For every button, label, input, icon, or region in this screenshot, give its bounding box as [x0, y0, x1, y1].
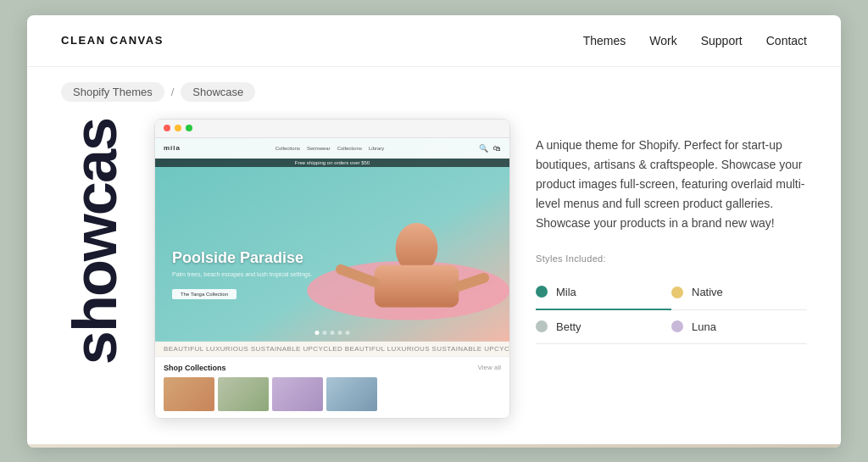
- main-nav: Themes Work Support Contact: [583, 34, 807, 47]
- style-name-mila: Mila: [556, 286, 576, 298]
- svg-rect-3: [375, 264, 459, 307]
- main-window: CLEAN CANVAS Themes Work Support Contact…: [27, 15, 841, 448]
- preview-dots: [315, 331, 350, 335]
- hero-subtitle: Palm trees, beach escapes and lush tropi…: [172, 271, 312, 277]
- thumb-1: [164, 377, 214, 411]
- preview-browser: mila Collections Swimwear Collections Li…: [154, 119, 510, 419]
- dot-4: [338, 331, 342, 335]
- preview-logo: mila: [164, 144, 181, 152]
- bottom-view-all[interactable]: View all: [478, 364, 501, 371]
- dot-1: [315, 331, 320, 335]
- ticker-bar: BEAUTIFUL LUXURIOUS SUSTAINABLE UPCYCLED…: [155, 342, 509, 356]
- bag-icon: 🛍: [493, 144, 501, 153]
- preview-thumbnails: [155, 377, 509, 418]
- description-text: A unique theme for Shopify. Perfect for …: [536, 136, 807, 233]
- style-betty[interactable]: Betty: [536, 310, 671, 344]
- style-dot-native: [671, 287, 683, 298]
- breadcrumb: Shopify Themes / Showcase: [27, 67, 841, 110]
- dot-2: [323, 331, 327, 335]
- theme-preview: mila Collections Swimwear Collections Li…: [154, 119, 510, 419]
- style-name-betty: Betty: [556, 320, 581, 333]
- hero-content: Poolside Paradise Palm trees, beach esca…: [172, 249, 312, 299]
- breadcrumb-parent[interactable]: Shopify Themes: [61, 82, 164, 102]
- browser-dot-green: [186, 125, 192, 131]
- main-content: Showcas: [27, 110, 841, 444]
- ticker-text: BEAUTIFUL LUXURIOUS SUSTAINABLE UPCYCLED…: [155, 345, 509, 353]
- preview-nav-icons: 🔍 🛍: [479, 144, 501, 153]
- bottom-bar: [27, 444, 841, 448]
- preview-nav-links: Collections Swimwear Collections Library: [275, 146, 385, 151]
- styles-label: Styles Included:: [536, 253, 807, 264]
- preview-main-image: mila Collections Swimwear Collections Li…: [155, 138, 509, 342]
- nav-support[interactable]: Support: [701, 34, 743, 47]
- header: CLEAN CANVAS Themes Work Support Contact: [27, 15, 841, 67]
- breadcrumb-separator: /: [171, 86, 175, 98]
- brand-logo: CLEAN CANVAS: [61, 34, 164, 47]
- promo-banner: Free shipping on orders over $50: [155, 159, 509, 167]
- nav-contact[interactable]: Contact: [766, 34, 807, 47]
- nav-work[interactable]: Work: [649, 34, 676, 47]
- browser-dot-yellow: [175, 125, 181, 131]
- preview-background-svg: [155, 138, 509, 342]
- thumb-2: [218, 377, 269, 411]
- style-luna[interactable]: Luna: [671, 310, 807, 344]
- hero-title: Poolside Paradise: [172, 249, 312, 268]
- vertical-text-wrap: Showcas: [61, 119, 129, 419]
- browser-dot-red: [164, 125, 170, 131]
- style-name-native: Native: [692, 286, 723, 298]
- description-panel: A unique theme for Shopify. Perfect for …: [536, 119, 807, 419]
- preview-bottom: Shop Collections View all: [155, 356, 509, 377]
- thumb-4: [326, 377, 377, 411]
- styles-grid: Mila Native Betty Luna: [536, 276, 807, 344]
- style-dot-mila: [536, 286, 548, 298]
- style-dot-betty: [536, 320, 548, 332]
- hero-button[interactable]: The Tanga Collection: [172, 289, 236, 299]
- search-icon: 🔍: [479, 144, 488, 153]
- nav-themes[interactable]: Themes: [583, 34, 626, 47]
- vertical-showcase-text: Showcas: [64, 119, 125, 365]
- browser-bar: [155, 120, 509, 138]
- dot-3: [331, 331, 335, 335]
- thumb-3: [272, 377, 323, 411]
- preview-nav-bar: mila Collections Swimwear Collections Li…: [155, 138, 509, 159]
- bottom-title: Shop Collections: [164, 364, 226, 372]
- style-mila[interactable]: Mila: [536, 276, 671, 310]
- style-native[interactable]: Native: [671, 276, 807, 310]
- style-name-luna: Luna: [692, 320, 716, 333]
- dot-5: [346, 331, 350, 335]
- breadcrumb-current[interactable]: Showcase: [181, 82, 255, 102]
- style-dot-luna: [671, 320, 683, 332]
